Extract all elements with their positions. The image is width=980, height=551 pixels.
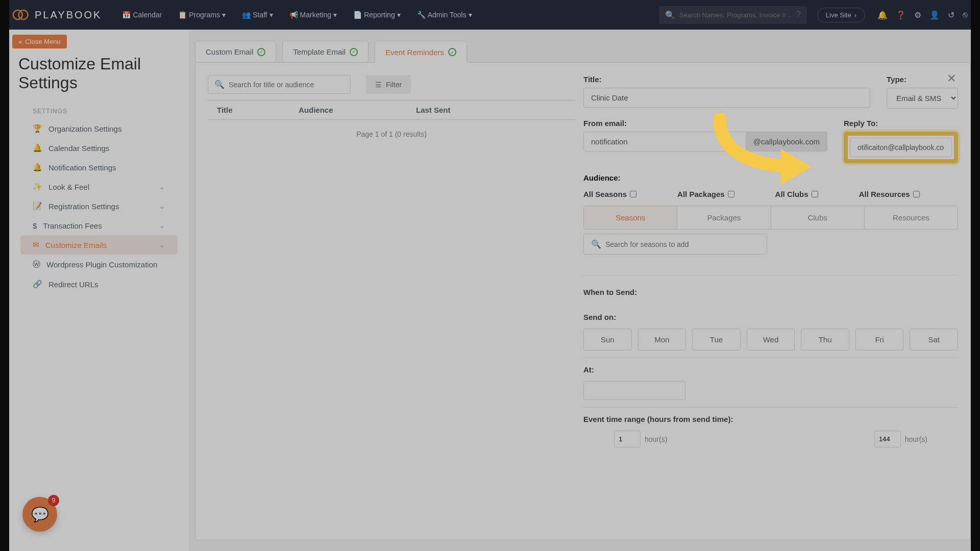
live-site-button[interactable]: Live Site›	[817, 8, 865, 22]
sidebar-item-wordpress[interactable]: ⓦWordpress Plugin Customization	[9, 255, 189, 274]
close-icon[interactable]: ✕	[947, 72, 956, 85]
history-icon[interactable]: ↺	[948, 10, 954, 20]
list-search[interactable]: 🔍	[208, 75, 351, 94]
nav-reporting[interactable]: 📄Reporting▾	[347, 7, 407, 23]
help-circle-icon[interactable]: ❓	[896, 10, 906, 20]
logout-icon[interactable]: ⎋	[963, 10, 968, 20]
check-icon: ✓	[350, 48, 358, 56]
main-content: Custom Email✓ Template Email✓ Event Remi…	[195, 30, 971, 551]
form-icon: 📝	[33, 202, 42, 211]
season-search-input[interactable]	[605, 240, 760, 248]
aud-tab-clubs[interactable]: Clubs	[771, 206, 865, 229]
letterbox-left	[0, 0, 9, 551]
check-icon: ✓	[257, 48, 265, 56]
sidebar-item-org[interactable]: 🏆Organization Settings	[9, 119, 189, 138]
email-tabs: Custom Email✓ Template Email✓ Event Remi…	[195, 30, 971, 63]
trophy-icon: 🏆	[33, 124, 42, 133]
letterbox-right	[971, 0, 980, 551]
nav-programs[interactable]: 📋Programs▾	[172, 7, 232, 23]
global-search[interactable]: 🔍 ?	[659, 6, 807, 24]
day-sat[interactable]: Sat	[910, 329, 958, 350]
nav-staff[interactable]: 👥Staff▾	[236, 7, 279, 23]
aud-tab-packages[interactable]: Packages	[677, 206, 771, 229]
range-from-input[interactable]	[614, 431, 641, 447]
top-nav: PLAYBOOK 📅Calendar 📋Programs▾ 👥Staff▾ 📢M…	[0, 0, 980, 30]
list-search-input[interactable]	[229, 81, 344, 89]
type-select[interactable]: Email & SMS	[887, 88, 958, 109]
chat-badge: 9	[48, 495, 59, 506]
chevron-down-icon: ⌄	[159, 202, 165, 211]
sidebar-item-look[interactable]: ✨Look & Feel⌄	[9, 177, 189, 196]
pagination-info: Page 1 of 1 (0 results)	[208, 120, 575, 148]
from-email-input[interactable]	[583, 132, 746, 152]
nav-marketing[interactable]: 📢Marketing▾	[283, 7, 343, 23]
send-on-label: Send on:	[583, 313, 958, 321]
day-wed[interactable]: Wed	[747, 329, 795, 350]
filter-icon: ☰	[375, 81, 382, 89]
tab-template-email[interactable]: Template Email✓	[282, 41, 369, 63]
sidebar-item-notification[interactable]: 🔔Notification Settings	[9, 158, 189, 177]
chat-widget[interactable]: 💬 9	[22, 497, 57, 532]
all-clubs-check[interactable]: All Clubs	[775, 190, 818, 198]
chat-icon: 💬	[31, 506, 49, 523]
nav-calendar[interactable]: 📅Calendar	[116, 7, 168, 23]
sidebar-item-registration[interactable]: 📝Registration Settings⌄	[9, 196, 189, 216]
from-email-suffix: @callplaybook.com	[746, 132, 827, 152]
nav-admin[interactable]: 🔧Admin Tools▾	[411, 7, 478, 23]
aud-tab-resources[interactable]: Resources	[865, 206, 958, 229]
at-time-input[interactable]	[583, 381, 685, 400]
table-header: Title Audience Last Sent	[208, 100, 575, 120]
sidebar-item-fees[interactable]: $Transaction Fees⌄	[9, 216, 189, 235]
notifications-icon[interactable]: 🔔	[877, 10, 888, 20]
tab-custom-email[interactable]: Custom Email✓	[195, 41, 276, 63]
close-menu-button[interactable]: « Close Menu	[12, 35, 67, 48]
logo[interactable]: PLAYBOOK	[12, 6, 102, 24]
aud-tab-seasons[interactable]: Seasons	[584, 206, 677, 229]
add-user-icon[interactable]: 👤	[929, 10, 940, 20]
reminder-form: ✕ Title: Type: Email & SMS From email: @…	[575, 75, 958, 528]
reply-to-label: Reply To:	[844, 119, 958, 128]
wand-icon: ✨	[33, 182, 42, 191]
col-title: Title	[217, 106, 299, 114]
link-icon: 🔗	[33, 280, 42, 289]
reminder-list: 🔍 ☰Filter Title Audience Last Sent Page …	[208, 75, 575, 528]
when-to-send-label: When to Send:	[583, 288, 958, 296]
hours-label: hour(s)	[645, 435, 667, 443]
tab-event-reminders[interactable]: Event Reminders✓	[375, 41, 467, 63]
all-resources-check[interactable]: All Resources	[859, 190, 920, 198]
bell-icon: 🔔	[33, 143, 42, 153]
search-icon: 🔍	[214, 80, 225, 89]
page-title: Customize Email Settings	[9, 48, 189, 104]
chevron-down-icon: ⌄	[159, 221, 165, 230]
chevron-down-icon: ⌄	[159, 182, 165, 191]
audience-label: Audience:	[583, 173, 621, 182]
sidebar-item-redirect[interactable]: 🔗Redirect URLs	[9, 274, 189, 294]
help-icon[interactable]: ?	[796, 10, 801, 19]
gear-icon[interactable]: ⚙	[914, 10, 921, 20]
day-sun[interactable]: Sun	[583, 329, 632, 350]
day-thu[interactable]: Thu	[801, 329, 849, 350]
all-packages-check[interactable]: All Packages	[677, 190, 734, 198]
sidebar-item-calendar[interactable]: 🔔Calendar Settings	[9, 138, 189, 158]
global-search-input[interactable]	[679, 11, 792, 19]
title-input[interactable]	[583, 88, 870, 108]
reply-to-input[interactable]	[850, 138, 952, 157]
day-mon[interactable]: Mon	[638, 329, 687, 350]
title-label: Title:	[583, 75, 870, 84]
search-icon: 🔍	[591, 239, 601, 249]
settings-section-label: SETTINGS	[9, 104, 189, 119]
hours-label: hour(s)	[905, 435, 927, 443]
range-to-input[interactable]	[874, 431, 901, 447]
season-search[interactable]: 🔍	[583, 234, 767, 255]
wordpress-icon: ⓦ	[33, 260, 40, 269]
day-fri[interactable]: Fri	[855, 329, 904, 350]
from-email-label: From email:	[583, 119, 827, 128]
sidebar-item-customize-emails[interactable]: ✉Customize Emails⌄	[20, 235, 178, 255]
day-tue[interactable]: Tue	[692, 329, 741, 350]
filter-button[interactable]: ☰Filter	[366, 75, 411, 94]
highlight-annotation	[844, 132, 958, 163]
bell-icon: 🔔	[33, 163, 42, 172]
chevron-down-icon: ⌄	[159, 240, 165, 249]
check-icon: ✓	[448, 48, 456, 56]
all-seasons-check[interactable]: All Seasons	[583, 190, 636, 198]
